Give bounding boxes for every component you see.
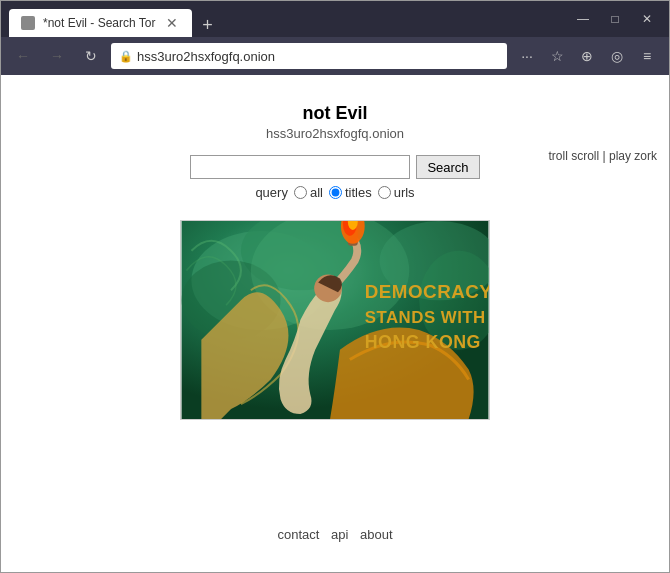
search-input[interactable] — [190, 155, 410, 179]
url-bar[interactable]: 🔒 hss3uro2hsxfogfq.onion — [111, 43, 507, 69]
refresh-button[interactable]: ↻ — [77, 42, 105, 70]
address-bar: ← → ↻ 🔒 hss3uro2hsxfogfq.onion ··· ☆ ⊕ ◎ — [1, 37, 669, 75]
troll-scroll-link[interactable]: troll scroll — [549, 149, 600, 163]
site-title: not Evil — [302, 103, 367, 124]
tab-title: *not Evil - Search Tor — [43, 16, 156, 30]
profile-icon: ◎ — [611, 48, 623, 64]
contact-link[interactable]: contact — [277, 527, 319, 542]
tab-favicon-icon — [21, 16, 35, 30]
back-icon: ← — [16, 48, 30, 64]
query-label: query — [255, 185, 288, 200]
titles-option[interactable]: titles — [329, 185, 372, 200]
maximize-button[interactable]: □ — [601, 5, 629, 33]
tab-close-button[interactable]: ✕ — [164, 15, 180, 31]
poster-svg: DEMOCRACY STANDS WITH HONG KONG — [181, 221, 489, 419]
footer-links: contact api about — [1, 527, 669, 542]
all-option[interactable]: all — [294, 185, 323, 200]
api-link[interactable]: api — [331, 527, 348, 542]
menu-icon: ≡ — [643, 48, 651, 64]
star-button[interactable]: ☆ — [543, 42, 571, 70]
search-options: query all titles urls — [255, 185, 414, 200]
forward-icon: → — [50, 48, 64, 64]
more-button[interactable]: ··· — [513, 42, 541, 70]
browser-window: *not Evil - Search Tor ✕ + — □ ✕ ← → ↻ 🔒… — [0, 0, 670, 573]
all-label: all — [310, 185, 323, 200]
all-radio[interactable] — [294, 186, 307, 199]
title-bar: *not Evil - Search Tor ✕ + — □ ✕ — [1, 1, 669, 37]
urls-label: urls — [394, 185, 415, 200]
toolbar-buttons: ··· ☆ ⊕ ◎ ≡ — [513, 42, 661, 70]
urls-option[interactable]: urls — [378, 185, 415, 200]
new-tab-button[interactable]: + — [196, 13, 220, 37]
profile-button[interactable]: ◎ — [603, 42, 631, 70]
back-button[interactable]: ← — [9, 42, 37, 70]
forward-button[interactable]: → — [43, 42, 71, 70]
tab-area: *not Evil - Search Tor ✕ + — [9, 1, 565, 37]
menu-button[interactable]: ≡ — [633, 42, 661, 70]
extensions-icon: ⊕ — [581, 48, 593, 64]
extensions-button[interactable]: ⊕ — [573, 42, 601, 70]
top-links: troll scroll | play zork — [549, 149, 658, 163]
browser-tab[interactable]: *not Evil - Search Tor ✕ — [9, 9, 192, 37]
titles-radio[interactable] — [329, 186, 342, 199]
star-icon: ☆ — [551, 48, 564, 64]
svg-text:HONG KONG: HONG KONG — [365, 332, 481, 352]
poster-image: DEMOCRACY STANDS WITH HONG KONG — [180, 220, 490, 420]
lock-icon: 🔒 — [119, 50, 133, 63]
minimize-button[interactable]: — — [569, 5, 597, 33]
urls-radio[interactable] — [378, 186, 391, 199]
close-window-button[interactable]: ✕ — [633, 5, 661, 33]
site-subtitle: hss3uro2hsxfogfq.onion — [266, 126, 404, 141]
play-zork-link[interactable]: play zork — [609, 149, 657, 163]
about-link[interactable]: about — [360, 527, 393, 542]
search-form: Search — [190, 155, 479, 179]
page-content: troll scroll | play zork not Evil hss3ur… — [1, 75, 669, 572]
refresh-icon: ↻ — [85, 48, 97, 64]
titles-label: titles — [345, 185, 372, 200]
more-icon: ··· — [521, 48, 533, 64]
svg-text:STANDS WITH: STANDS WITH — [365, 308, 486, 327]
search-button[interactable]: Search — [416, 155, 479, 179]
url-text: hss3uro2hsxfogfq.onion — [137, 49, 499, 64]
window-controls: — □ ✕ — [569, 5, 661, 33]
svg-text:DEMOCRACY: DEMOCRACY — [365, 281, 489, 302]
